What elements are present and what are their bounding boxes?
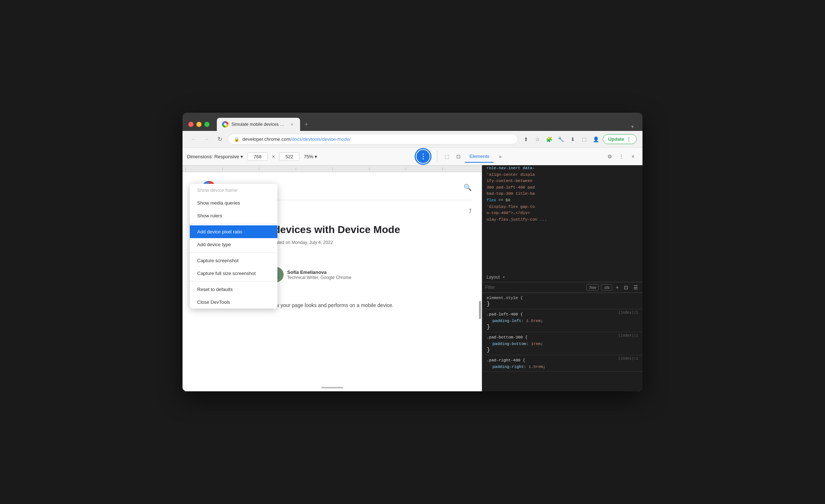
- menu-item-show-rulers[interactable]: Show rulers: [190, 209, 277, 222]
- hov-button[interactable]: :hov: [586, 284, 599, 291]
- height-input[interactable]: [279, 152, 299, 161]
- tab-elements[interactable]: Elements: [465, 151, 494, 163]
- forward-button[interactable]: →: [202, 134, 212, 144]
- ruler-tick: [185, 167, 222, 170]
- back-button[interactable]: ←: [188, 134, 199, 144]
- styles-area: :hov .cls + ⊡ ☰ element.style { } .pad-l…: [482, 282, 642, 391]
- menu-item-close-devtools[interactable]: Close DevTools: [190, 296, 277, 309]
- menu-item-capture-screenshot[interactable]: Capture screenshot: [190, 254, 277, 267]
- ruler-tick: [332, 167, 369, 170]
- dimensions-selector[interactable]: Dimensions: Responsive ▾: [187, 154, 243, 159]
- menu-item-add-device-pixel-ratio[interactable]: Add device pixel ratio: [190, 225, 277, 238]
- active-tab[interactable]: Simulate mobile devices with D ×: [217, 118, 300, 131]
- download-button[interactable]: ⬇: [568, 134, 578, 144]
- css-selector-element-style: element.style {: [487, 296, 523, 300]
- code-line-4: 300 pad-left-400 pad: [482, 185, 642, 191]
- layout-section: Layout »: [482, 272, 642, 282]
- new-tab-button[interactable]: +: [300, 118, 313, 131]
- new-rule-button[interactable]: ⊡: [622, 284, 630, 291]
- css-selector-pad-bottom: .pad-bottom-300 {: [487, 335, 527, 340]
- close-traffic-light[interactable]: [188, 122, 193, 127]
- add-style-button[interactable]: +: [614, 284, 620, 291]
- devtools-close-button[interactable]: ×: [628, 151, 638, 162]
- menu-divider-3: [190, 281, 277, 282]
- css-brace-2: }: [487, 324, 490, 330]
- width-input[interactable]: [248, 152, 268, 161]
- devtools-overflow-button[interactable]: ⋮: [616, 151, 626, 162]
- styles-filter-bar: :hov .cls + ⊡ ☰: [482, 282, 642, 293]
- update-label: Update: [608, 136, 624, 142]
- devtools-panel: role-nav-inert data- 'align-center displ…: [482, 165, 642, 391]
- toggle-computed-button[interactable]: ☰: [632, 284, 640, 291]
- css-block-pad-right: .pad-right-400 { (index):1 padding-right…: [482, 355, 642, 372]
- traffic-lights: [188, 122, 210, 127]
- tab-bar: Simulate mobile devices with D × + ▾: [217, 118, 637, 131]
- profile-button[interactable]: 👤: [591, 134, 601, 144]
- tab-close-button[interactable]: ×: [289, 121, 295, 127]
- code-line-1: role-nav-inert data-: [482, 165, 642, 172]
- menu-item-show-media-queries[interactable]: Show media queries: [190, 197, 277, 209]
- zoom-selector[interactable]: 75% ▾: [304, 154, 317, 159]
- window-minimize-button[interactable]: ▾: [628, 122, 637, 131]
- menu-item-show-device-frame[interactable]: Show device frame: [190, 184, 277, 197]
- css-selector-pad-left: .pad-left-400 {: [487, 312, 523, 317]
- css-close-brace: }: [487, 301, 490, 307]
- bookmark-button[interactable]: ☆: [533, 134, 543, 144]
- css-brace-3: }: [487, 347, 490, 353]
- refresh-button[interactable]: ↻: [215, 134, 225, 144]
- title-bar: Simulate mobile devices with D × + ▾: [183, 113, 642, 131]
- maximize-traffic-light[interactable]: [204, 122, 210, 127]
- more-tabs-button[interactable]: »: [495, 151, 505, 162]
- browser-window: Simulate mobile devices with D × + ▾ ← →…: [183, 113, 642, 391]
- code-line-9: olay-flex.justify-con ...: [482, 217, 642, 223]
- main-area: ☰ Chrome Developers 🔍 Documentation › Ch…: [183, 165, 642, 391]
- device-mode-button[interactable]: ⊡: [453, 151, 464, 162]
- code-line-5: bad-top-300 title-ba: [482, 191, 642, 197]
- ruler-tick: [296, 167, 333, 170]
- ruler-tick: [259, 167, 296, 170]
- dimensions-label: Dimensions: Responsive: [187, 154, 239, 159]
- menu-item-add-device-type[interactable]: Add device type: [190, 238, 277, 251]
- zoom-arrow: ▾: [315, 154, 317, 159]
- tab-title: Simulate mobile devices with D: [231, 122, 286, 127]
- pipette-button[interactable]: 🔧: [556, 134, 566, 144]
- dimensions-arrow: ▾: [241, 154, 243, 159]
- update-icon: ⋮: [626, 136, 631, 142]
- menu-divider-1: [190, 224, 277, 224]
- update-button[interactable]: Update ⋮: [603, 134, 637, 144]
- share-action-button[interactable]: ⬆: [521, 134, 531, 144]
- search-button[interactable]: 🔍: [464, 183, 472, 191]
- lock-icon: 🔒: [234, 137, 239, 142]
- menu-item-reset-defaults[interactable]: Reset to defaults: [190, 283, 277, 296]
- more-options-button[interactable]: ⋮: [417, 150, 430, 163]
- cls-button[interactable]: .cls: [601, 284, 612, 291]
- resize-handle[interactable]: [321, 387, 343, 388]
- minimize-traffic-light[interactable]: [196, 122, 202, 127]
- browser-actions: ⬆ ☆ 🧩 🔧 ⬇ ⬚ 👤 Update ⋮: [521, 134, 637, 144]
- menu-item-capture-full-screenshot[interactable]: Capture full size screenshot: [190, 267, 277, 280]
- url-path: /docs/devtools/device-mode/: [291, 136, 351, 142]
- filter-input[interactable]: [485, 285, 584, 290]
- zoom-value: 75%: [304, 154, 313, 159]
- code-line-8: o-top-400">…</div>: [482, 210, 642, 217]
- code-line-3: ify-content-between: [482, 178, 642, 185]
- code-line-6: flex==$0: [482, 197, 642, 204]
- css-prop-padding-bottom: padding-bottom: 1rem;: [487, 342, 543, 346]
- extensions-button[interactable]: 🧩: [544, 134, 555, 144]
- elements-tab-label: Elements: [469, 154, 489, 159]
- css-block-pad-bottom: .pad-bottom-300 { (index):1 padding-bott…: [482, 332, 642, 355]
- address-bar[interactable]: 🔒 developer.chrome.com/docs/devtools/dev…: [228, 134, 518, 144]
- author-2-info: Sofia Emelianova Technical Writer, Googl…: [287, 270, 352, 280]
- author-2-role: Technical Writer, Google Chrome: [287, 275, 352, 280]
- css-source-1: (index):1: [618, 311, 638, 315]
- scrollbar-handle[interactable]: [479, 301, 481, 319]
- layout-expand-button[interactable]: »: [503, 275, 505, 279]
- css-block-pad-left: .pad-left-400 { (index):1 padding-left: …: [482, 309, 642, 332]
- css-prop-padding-right: padding-right: 1.5rem;: [487, 365, 545, 369]
- ruler-bar: [183, 166, 482, 172]
- ruler-tick: [406, 167, 442, 170]
- sidebar-button[interactable]: ⬚: [579, 134, 590, 144]
- share-button[interactable]: ⤴: [469, 208, 472, 214]
- devtools-settings-button[interactable]: ⚙: [605, 151, 615, 162]
- inspect-element-button[interactable]: ⬚: [442, 151, 452, 162]
